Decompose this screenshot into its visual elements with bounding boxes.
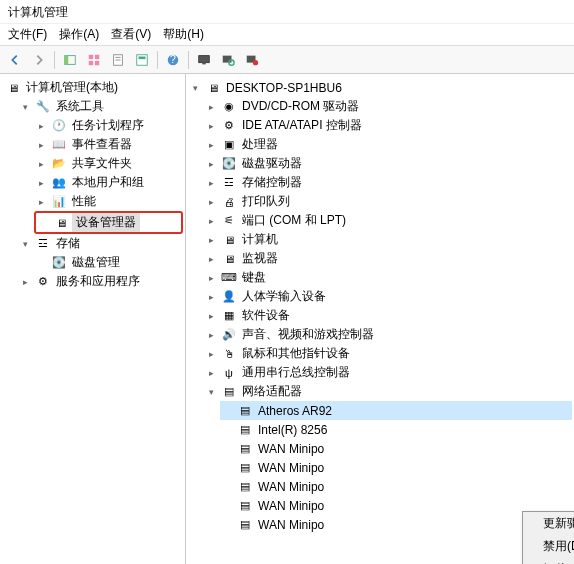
device-category[interactable]: ▸🔊声音、视频和游戏控制器 — [204, 325, 572, 344]
tree-shared-folders[interactable]: ▸ 📂 共享文件夹 — [34, 154, 183, 173]
expand-icon[interactable]: ▸ — [34, 195, 48, 209]
network-adapter[interactable]: ▤Intel(R) 8256 — [220, 420, 572, 439]
expand-icon[interactable]: ▸ — [204, 252, 218, 266]
tree-label: 本地用户和组 — [70, 174, 146, 191]
tree-local-users[interactable]: ▸ 👥 本地用户和组 — [34, 173, 183, 192]
menu-help[interactable]: 帮助(H) — [163, 26, 204, 43]
toolbar-btn-1[interactable] — [59, 49, 81, 71]
expand-icon[interactable]: ▸ — [34, 176, 48, 190]
expand-icon[interactable]: ▸ — [204, 195, 218, 209]
collapse-icon[interactable]: ▾ — [204, 385, 218, 399]
network-adapter[interactable]: ▤WAN Minipo — [220, 515, 572, 534]
tree-label: 磁盘管理 — [70, 254, 122, 271]
device-category[interactable]: ▸🖥计算机 — [204, 230, 572, 249]
expand-icon[interactable]: ▸ — [204, 157, 218, 171]
ctx-uninstall[interactable]: 卸载(U) — [523, 558, 574, 564]
panel-icon — [63, 53, 77, 67]
device-category[interactable]: ▸☲存储控制器 — [204, 173, 572, 192]
tree-task-scheduler[interactable]: ▸ 🕐 任务计划程序 — [34, 116, 183, 135]
expand-icon[interactable]: ▸ — [204, 290, 218, 304]
tree-label: 监视器 — [240, 250, 280, 267]
menu-action[interactable]: 操作(A) — [59, 26, 99, 43]
collapse-icon[interactable]: ▾ — [18, 100, 32, 114]
tree-storage[interactable]: ▾ ☲ 存储 — [18, 234, 183, 253]
computer-mgmt-icon: 🖥 — [5, 80, 21, 96]
expand-icon[interactable]: ▸ — [34, 138, 48, 152]
toolbar-btn-8[interactable] — [241, 49, 263, 71]
device-category[interactable]: ▸◉DVD/CD-ROM 驱动器 — [204, 97, 572, 116]
collapse-icon[interactable]: ▾ — [188, 81, 202, 95]
clock-icon: 🕐 — [51, 118, 67, 134]
expand-icon[interactable]: ▸ — [204, 347, 218, 361]
tree-event-viewer[interactable]: ▸ 📖 事件查看器 — [34, 135, 183, 154]
device-category[interactable]: ▸⌨键盘 — [204, 268, 572, 287]
device-category[interactable]: ▸💽磁盘驱动器 — [204, 154, 572, 173]
category-icon: ▤ — [221, 384, 237, 400]
storage-icon: ☲ — [35, 236, 51, 252]
network-adapter[interactable]: ▤WAN Minipo — [220, 496, 572, 515]
device-category[interactable]: ▸👤人体学输入设备 — [204, 287, 572, 306]
expand-icon[interactable]: ▸ — [34, 157, 48, 171]
expand-icon[interactable]: ▸ — [204, 271, 218, 285]
toolbar-btn-2[interactable] — [83, 49, 105, 71]
tree-label: 通用串行总线控制器 — [240, 364, 352, 381]
device-category[interactable]: ▸🖱鼠标和其他指针设备 — [204, 344, 572, 363]
device-category[interactable]: ▸▦软件设备 — [204, 306, 572, 325]
device-category[interactable]: ▸🖨打印队列 — [204, 192, 572, 211]
toolbar-btn-3[interactable] — [107, 49, 129, 71]
tree-disk-mgmt[interactable]: ▸ 💽 磁盘管理 — [34, 253, 183, 272]
network-adapter-selected[interactable]: ▤Atheros AR92 — [220, 401, 572, 420]
expand-icon[interactable]: ▸ — [204, 214, 218, 228]
menu-view[interactable]: 查看(V) — [111, 26, 151, 43]
right-panel: ▾ 🖥 DESKTOP-SP1HBU6 ▸◉DVD/CD-ROM 驱动器▸⚙ID… — [186, 74, 574, 564]
collapse-icon[interactable]: ▾ — [18, 237, 32, 251]
ctx-disable[interactable]: 禁用(D) — [523, 535, 574, 558]
category-icon: ▣ — [221, 137, 237, 153]
toolbar-sep — [54, 51, 55, 69]
svg-rect-14 — [202, 62, 206, 64]
tree-label: 性能 — [70, 193, 98, 210]
toolbar-btn-4[interactable] — [131, 49, 153, 71]
red-highlight-box: 🖥 设备管理器 — [34, 211, 183, 234]
tree-computer-root[interactable]: ▾ 🖥 DESKTOP-SP1HBU6 — [188, 78, 572, 97]
category-icon: 👤 — [221, 289, 237, 305]
tree-performance[interactable]: ▸ 📊 性能 — [34, 192, 183, 211]
expand-icon[interactable]: ▸ — [204, 233, 218, 247]
category-icon: ⚟ — [221, 213, 237, 229]
network-adapter[interactable]: ▤WAN Minipo — [220, 439, 572, 458]
tree-label: 计算机管理(本地) — [24, 79, 120, 96]
expand-icon[interactable]: ▸ — [204, 176, 218, 190]
toolbar-btn-6[interactable] — [193, 49, 215, 71]
expand-icon[interactable]: ▸ — [204, 119, 218, 133]
services-icon: ⚙ — [35, 274, 51, 290]
tools-icon: 🔧 — [35, 99, 51, 115]
expand-icon[interactable]: ▸ — [204, 366, 218, 380]
expand-icon[interactable]: ▸ — [204, 138, 218, 152]
device-category[interactable]: ▸⚙IDE ATA/ATAPI 控制器 — [204, 116, 572, 135]
tree-device-manager[interactable]: 🖥 设备管理器 — [36, 213, 181, 232]
expand-icon[interactable]: ▸ — [34, 119, 48, 133]
expand-icon[interactable]: ▸ — [204, 309, 218, 323]
device-category[interactable]: ▸▣处理器 — [204, 135, 572, 154]
category-icon: ▦ — [221, 308, 237, 324]
expand-icon[interactable]: ▸ — [204, 328, 218, 342]
device-category[interactable]: ▾▤网络适配器 — [204, 382, 572, 401]
tree-label: IDE ATA/ATAPI 控制器 — [240, 117, 364, 134]
back-button[interactable] — [4, 49, 26, 71]
device-category[interactable]: ▸🖥监视器 — [204, 249, 572, 268]
network-adapter[interactable]: ▤WAN Minipo — [220, 477, 572, 496]
back-icon — [8, 53, 22, 67]
expand-icon[interactable]: ▸ — [204, 100, 218, 114]
toolbar-btn-5[interactable]: ? — [162, 49, 184, 71]
toolbar-btn-7[interactable] — [217, 49, 239, 71]
network-adapter[interactable]: ▤WAN Minipo — [220, 458, 572, 477]
tree-root[interactable]: 🖥 计算机管理(本地) — [2, 78, 183, 97]
tree-services[interactable]: ▸ ⚙ 服务和应用程序 — [18, 272, 183, 291]
expand-icon[interactable]: ▸ — [18, 275, 32, 289]
device-category[interactable]: ▸ψ通用串行总线控制器 — [204, 363, 572, 382]
forward-button[interactable] — [28, 49, 50, 71]
menu-file[interactable]: 文件(F) — [8, 26, 47, 43]
device-category[interactable]: ▸⚟端口 (COM 和 LPT) — [204, 211, 572, 230]
tree-system-tools[interactable]: ▾ 🔧 系统工具 — [18, 97, 183, 116]
ctx-update-driver[interactable]: 更新驱动程序软件(P)... — [523, 512, 574, 535]
